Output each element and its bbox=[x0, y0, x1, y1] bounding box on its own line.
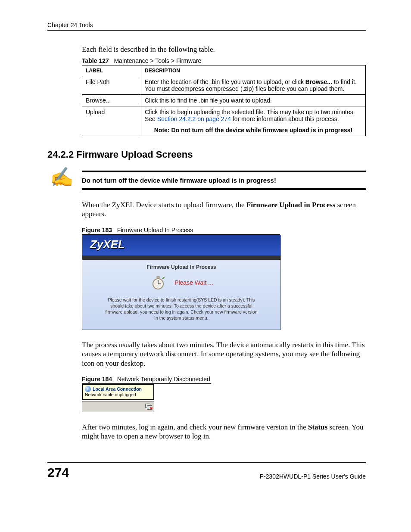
paragraph: After two minutes, log in again, and che… bbox=[82, 423, 366, 441]
network-disconnect-figure: i Local Area Connection Network cable un… bbox=[82, 384, 154, 412]
svg-rect-1 bbox=[157, 276, 159, 278]
fields-table: LABEL DESCRIPTION File Path Enter the lo… bbox=[82, 65, 366, 136]
row-label: Upload bbox=[82, 106, 141, 136]
warning-callout: ✍ Do not turn off the device while firmw… bbox=[82, 171, 366, 190]
row-desc: Click this to find the .bin file you wan… bbox=[141, 95, 366, 106]
guide-title: P-2302HWUDL-P1 Series User's Guide bbox=[260, 473, 366, 480]
page-number: 274 bbox=[47, 465, 69, 480]
balloon-message: Network cable unplugged bbox=[85, 392, 151, 397]
intro-paragraph: Each field is described in the following… bbox=[82, 45, 366, 54]
table-header-row: LABEL DESCRIPTION bbox=[82, 65, 366, 76]
paragraph: The process usually takes about two minu… bbox=[82, 340, 366, 368]
figure-caption: Figure 184 Network Temporarily Disconnec… bbox=[82, 376, 211, 384]
table-caption-label: Table 127 bbox=[82, 57, 109, 64]
upload-warning-note: Note: Do not turn off the device while f… bbox=[145, 127, 362, 134]
balloon-title: i Local Area Connection bbox=[85, 386, 151, 392]
row-label: File Path bbox=[82, 76, 141, 95]
paragraph: When the ZyXEL Device starts to upload f… bbox=[82, 200, 366, 219]
table-caption-text: Maintenance > Tools > Firmware bbox=[114, 57, 201, 64]
section-heading: 24.2.2 Firmware Upload Screens bbox=[47, 149, 366, 160]
network-disconnected-icon: ✕ bbox=[145, 404, 152, 410]
table-row: Browse... Click this to find the .bin fi… bbox=[82, 95, 366, 106]
firmware-upload-figure: ZyXEL Firmware Upload In Process Please … bbox=[82, 235, 281, 330]
col-description: DESCRIPTION bbox=[141, 65, 366, 76]
table-row: Upload Click this to begin uploading the… bbox=[82, 106, 366, 136]
chapter-header: Chapter 24 Tools bbox=[47, 22, 366, 31]
writing-hand-icon: ✍ bbox=[50, 168, 74, 187]
zyxel-logo: ZyXEL bbox=[90, 238, 125, 251]
row-label: Browse... bbox=[82, 95, 141, 106]
row-desc: Enter the location of the .bin file you … bbox=[141, 76, 366, 95]
figure-caption: Figure 183 Firmware Upload In Process bbox=[82, 227, 280, 235]
info-icon: i bbox=[85, 386, 91, 392]
table-caption: Table 127 Maintenance > Tools > Firmware bbox=[82, 57, 366, 64]
zyxel-instruction: Please wait for the device to finish res… bbox=[104, 297, 259, 321]
section-link[interactable]: Section 24.2.2 on page 274 bbox=[157, 115, 231, 122]
page-footer: 274 P-2302HWUDL-P1 Series User's Guide bbox=[47, 462, 366, 480]
zyxel-header: ZyXEL bbox=[82, 235, 280, 260]
system-tray: ✕ bbox=[82, 401, 154, 412]
callout-text: Do not turn off the device while firmwar… bbox=[82, 172, 366, 188]
stopwatch-icon bbox=[149, 274, 167, 292]
col-label: LABEL bbox=[82, 65, 141, 76]
row-desc: Click this to begin uploading the select… bbox=[141, 106, 366, 136]
zyxel-title: Firmware Upload In Process bbox=[89, 264, 274, 270]
table-row: File Path Enter the location of the .bin… bbox=[82, 76, 366, 95]
please-wait-text: Please Wait ... bbox=[174, 279, 213, 286]
